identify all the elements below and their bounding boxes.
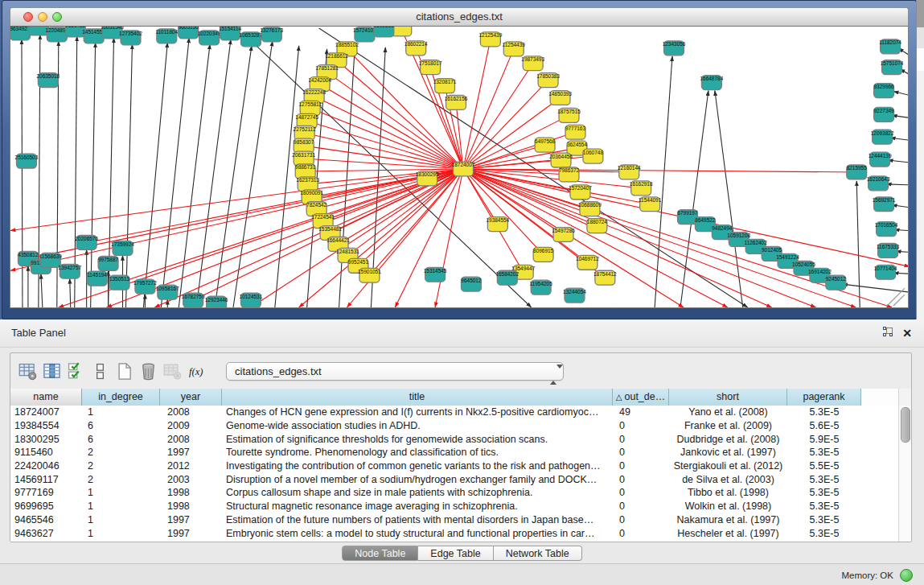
cell-pagerank[interactable]: 5.9E-5 bbox=[787, 434, 861, 445]
cell-short[interactable]: Franke et al. (2009) bbox=[669, 420, 787, 431]
cell-in_degree[interactable]: 1 bbox=[82, 501, 160, 512]
black-edge[interactable] bbox=[856, 181, 860, 307]
graph-node-teal[interactable]: 9975887 bbox=[98, 256, 119, 270]
table-row[interactable]: 1872400712008Changes of HCN gene express… bbox=[10, 406, 899, 419]
cell-title[interactable]: Structural magnetic resonance image aver… bbox=[222, 501, 613, 512]
cell-title[interactable]: Corpus callosum shape and size in male p… bbox=[222, 487, 613, 498]
black-edge[interactable] bbox=[233, 41, 273, 307]
close-panel-icon[interactable]: ✕ bbox=[900, 326, 914, 340]
graph-node-yellow[interactable]: 18602214 bbox=[405, 41, 428, 56]
cell-year[interactable]: 1997 bbox=[160, 447, 222, 458]
cell-year[interactable]: 2003 bbox=[160, 474, 222, 485]
graph-node-teal[interactable]: 13244054 bbox=[563, 288, 586, 303]
graph-node-yellow[interactable]: 15901051 bbox=[358, 268, 381, 282]
cell-year[interactable]: 1997 bbox=[160, 514, 222, 525]
cell-pagerank[interactable]: 5.3E-5 bbox=[787, 514, 861, 525]
graph-node-yellow[interactable]: 16162918 bbox=[630, 181, 653, 196]
select-all-icon[interactable] bbox=[65, 360, 86, 382]
black-edge[interactable] bbox=[715, 91, 743, 307]
graph-node-teal[interactable]: 11182074 bbox=[879, 39, 901, 54]
tab-edge-table[interactable]: Edge Table bbox=[418, 546, 493, 561]
black-edge[interactable] bbox=[890, 138, 908, 140]
graph-node-teal[interactable]: 10220349 bbox=[198, 31, 221, 45]
graph-node-teal[interactable]: 17016504 bbox=[875, 222, 898, 237]
cell-year[interactable]: 1998 bbox=[160, 501, 222, 512]
cell-out_de[interactable]: 0 bbox=[613, 420, 669, 431]
cell-short[interactable]: de Silva et al. (2003) bbox=[669, 474, 787, 485]
column-header-short[interactable]: short bbox=[669, 389, 787, 406]
cell-year[interactable]: 2008 bbox=[160, 406, 222, 418]
scrollbar-thumb[interactable] bbox=[901, 407, 910, 443]
table-row[interactable]: 1456911722003Disruption of a novel membe… bbox=[10, 472, 899, 486]
graph-node-teal[interactable]: 9245012 bbox=[826, 275, 847, 290]
cell-title[interactable]: Embryonic stem cells: a model to study s… bbox=[222, 528, 613, 539]
graph-node-teal[interactable]: 12923446 bbox=[205, 296, 228, 307]
graph-node-teal[interactable]: 10653287 bbox=[240, 32, 263, 47]
cell-out_de[interactable]: 0 bbox=[613, 514, 669, 525]
graph-node-yellow[interactable]: 8096915 bbox=[533, 247, 554, 262]
cell-in_degree[interactable]: 2 bbox=[82, 474, 160, 485]
graph-node-teal[interactable]: 9605150 bbox=[179, 27, 199, 39]
cell-in_degree[interactable]: 1 bbox=[82, 487, 160, 498]
black-edge[interactable] bbox=[888, 160, 908, 163]
graph-node-teal[interactable]: 13276173 bbox=[260, 27, 283, 42]
graph-node-yellow[interactable]: 16162156 bbox=[445, 96, 468, 110]
resize-grip-icon[interactable] bbox=[893, 295, 905, 306]
cell-out_de[interactable]: 0 bbox=[613, 487, 669, 498]
graph-node-yellow[interactable]: 11254439 bbox=[503, 42, 526, 56]
cell-short[interactable]: Nakamura et al. (1997) bbox=[669, 514, 787, 525]
graph-node-teal[interactable]: 11954205 bbox=[530, 280, 553, 295]
cell-title[interactable]: Genome-wide association studies in ADHD. bbox=[222, 420, 613, 431]
cell-out_de[interactable]: 0 bbox=[613, 474, 669, 485]
graph-node-teal[interactable]: 16210643 bbox=[867, 176, 890, 191]
column-header-out_de[interactable]: △out_de… bbox=[613, 389, 669, 406]
graph-node-yellow[interactable]: 17518017 bbox=[419, 60, 442, 75]
function-builder-icon[interactable]: f(x) bbox=[186, 360, 207, 382]
network-view[interactable]: 1872400718300295193845541885510212186612… bbox=[10, 27, 909, 308]
graph-node-yellow[interactable]: 10469712 bbox=[576, 255, 599, 270]
graph-node-yellow[interactable]: 18757515 bbox=[557, 108, 581, 122]
cell-title[interactable]: Investigating the contribution of common… bbox=[222, 460, 613, 472]
graph-node-teal[interactable]: 9329966 bbox=[874, 84, 895, 98]
cell-pagerank[interactable]: 5.3E-5 bbox=[787, 447, 861, 458]
black-edge[interactable] bbox=[886, 184, 908, 185]
graph-node-yellow[interactable]: 9886731 bbox=[295, 164, 316, 179]
graph-node-teal[interactable]: 15751074 bbox=[881, 60, 904, 75]
black-edge[interactable] bbox=[41, 274, 43, 307]
new-table-icon[interactable] bbox=[113, 360, 134, 382]
graph-node-yellow[interactable]: 20631731 bbox=[292, 151, 315, 166]
graph-node-yellow[interactable]: 10688609 bbox=[578, 202, 602, 216]
cell-title[interactable]: Changes of HCN gene expression and I(f) … bbox=[222, 406, 613, 418]
graph-node-teal[interactable]: 12735402 bbox=[119, 31, 142, 45]
graph-node-teal[interactable]: 20206576 bbox=[75, 236, 98, 250]
vertical-scrollbar[interactable] bbox=[898, 406, 911, 542]
column-header-year[interactable]: year bbox=[160, 389, 222, 406]
cell-out_de[interactable]: 0 bbox=[613, 460, 669, 472]
graph-node-yellow[interactable]: 12755811 bbox=[299, 101, 322, 115]
graph-node-teal[interactable]: 13942757 bbox=[58, 264, 81, 278]
graph-node-yellow[interactable]: 14850393 bbox=[548, 91, 572, 105]
table-row[interactable]: 969969511998Structural magnetic resonanc… bbox=[10, 500, 899, 513]
cell-in_degree[interactable]: 1 bbox=[82, 406, 160, 418]
graph-node-teal[interactable]: 9645012 bbox=[461, 277, 482, 291]
black-edge[interactable] bbox=[161, 38, 189, 307]
table-row[interactable]: 1938455462009Genome-wide association stu… bbox=[10, 419, 899, 433]
column-header-title[interactable]: title bbox=[222, 389, 613, 406]
table-row[interactable]: 946554611997Estimation of the future num… bbox=[10, 513, 899, 527]
graph-node-yellow[interactable]: 15497286 bbox=[552, 228, 575, 242]
cell-name[interactable]: 9699695 bbox=[10, 501, 82, 512]
graph-node-teal[interactable]: 20635018 bbox=[36, 73, 60, 88]
black-edge[interactable] bbox=[179, 44, 210, 307]
graph-node-teal[interactable]: 12444139 bbox=[869, 152, 892, 167]
column-header-in_degree[interactable]: in_degree bbox=[82, 389, 160, 406]
graph-node-yellow[interactable]: 12125439 bbox=[478, 32, 502, 47]
graph-node-yellow[interactable]: 17850383 bbox=[536, 73, 560, 88]
cell-in_degree[interactable]: 1 bbox=[82, 514, 160, 525]
graph-node-teal[interactable]: 15314545 bbox=[424, 267, 447, 282]
cell-name[interactable]: 19384554 bbox=[10, 420, 82, 431]
graph-node-teal[interactable]: 9592505 bbox=[374, 27, 395, 37]
cell-name[interactable]: 14569117 bbox=[10, 474, 82, 485]
cell-pagerank[interactable]: 5.3E-5 bbox=[787, 487, 861, 498]
graph-node-teal[interactable]: 1350513 bbox=[109, 275, 130, 290]
red-edge[interactable] bbox=[463, 39, 491, 169]
